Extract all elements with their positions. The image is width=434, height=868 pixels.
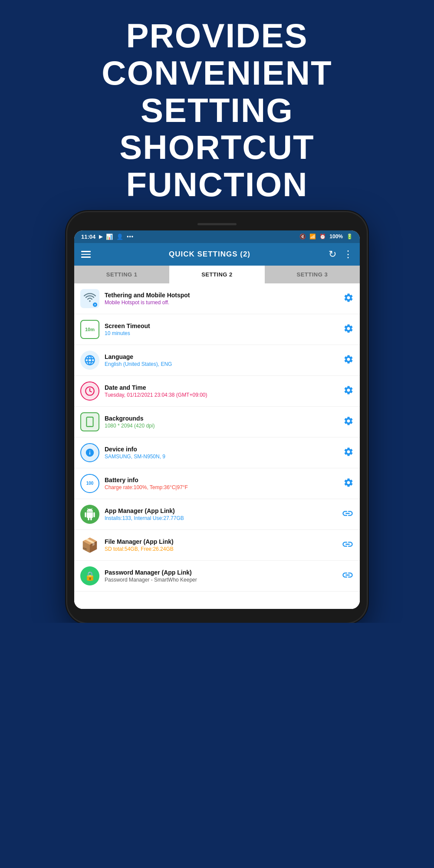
gear-action-icon (343, 354, 354, 366)
tab-setting2[interactable]: SETTING 2 (169, 266, 264, 283)
setting-text: Battery info Charge rate:100%, Temp:36°C… (105, 477, 338, 490)
tabs-container: SETTING 1 SETTING 2 SETTING 3 (74, 266, 360, 283)
setting-text: App Manager (App Link) Installs:133, Int… (105, 507, 336, 521)
list-item[interactable]: Backgrounds 1080 * 2094 (420 dpi) (74, 407, 360, 437)
setting-text: Password Manager (App Link) Password Man… (105, 569, 336, 583)
list-item[interactable]: 🔒 Password Manager (App Link) Password M… (74, 561, 360, 592)
hero-section: PROVIDES CONVENIENT SETTING SHORTCUT FUN… (0, 0, 434, 212)
setting-title: Device info (105, 446, 338, 453)
setting-text: Date and Time Tuesday, 01/12/2021 23:04:… (105, 384, 338, 398)
gear-action-icon (343, 385, 354, 397)
setting-subtitle: 1080 * 2094 (420 dpi) (105, 423, 338, 429)
list-item[interactable]: Device info SAMSUNG, SM-N950N, 9 (74, 437, 360, 468)
svg-point-0 (89, 300, 91, 302)
phone-frame: 11:04 ▶ 📊 👤 ••• 🔇 📶 ⏰ 100% 🔋 QUICK SETT (67, 212, 367, 623)
list-item[interactable]: App Manager (App Link) Installs:133, Int… (74, 499, 360, 530)
deviceinfo-icon (80, 443, 99, 462)
play-icon: ▶ (99, 234, 102, 240)
setting-text: File Manager (App Link) SD total:54GB, F… (105, 538, 336, 552)
hotspot-icon (80, 289, 99, 308)
setting-title: File Manager (App Link) (105, 538, 336, 545)
list-item[interactable]: 10m Screen Timeout 10 minutes (74, 314, 360, 345)
setting-title: Screen Timeout (105, 322, 338, 329)
setting-title: Battery info (105, 477, 338, 483)
gear-action-icon (343, 477, 354, 490)
mute-icon: 🔇 (299, 233, 306, 240)
refresh-button[interactable]: ↻ (329, 249, 336, 260)
setting-title: App Manager (App Link) (105, 507, 336, 514)
setting-text: Device info SAMSUNG, SM-N950N, 9 (105, 446, 338, 460)
app-bar-title: QUICK SETTINGS (2) (91, 250, 329, 259)
backgrounds-icon (80, 412, 99, 431)
wifi-icon: 📶 (309, 233, 316, 240)
gear-action-icon (343, 447, 354, 459)
list-item[interactable]: 100 Battery info Charge rate:100%, Temp:… (74, 468, 360, 499)
setting-text: Screen Timeout 10 minutes (105, 322, 338, 336)
language-icon (80, 351, 99, 370)
gear-action-icon (343, 416, 354, 428)
status-bar-right: 🔇 📶 ⏰ 100% 🔋 (299, 233, 353, 240)
alarm-icon: ⏰ (319, 233, 326, 240)
status-bar-left: 11:04 ▶ 📊 👤 ••• (81, 233, 134, 240)
appmanager-icon (80, 505, 99, 524)
gear-action-icon (343, 323, 354, 335)
passwordmanager-icon: 🔒 (80, 566, 99, 585)
setting-subtitle: Password Manager - SmartWho Keeper (105, 577, 336, 583)
list-item[interactable]: Tethering and Mobile Hotspot Mobile Hots… (74, 283, 360, 314)
link-action-icon (342, 538, 354, 552)
tab-setting1[interactable]: SETTING 1 (74, 266, 169, 283)
datetime-icon (80, 381, 99, 401)
svg-rect-2 (86, 417, 93, 427)
more-options-button[interactable]: ⋮ (343, 249, 353, 260)
gear-action-icon (343, 293, 354, 305)
setting-title: Tethering and Mobile Hotspot (105, 292, 338, 299)
phone-notch (74, 219, 360, 230)
setting-text: Tethering and Mobile Hotspot Mobile Hots… (105, 292, 338, 306)
settings-list: Tethering and Mobile Hotspot Mobile Hots… (74, 283, 360, 609)
setting-subtitle: SD total:54GB, Free:26.24GB (105, 546, 336, 552)
setting-subtitle: SAMSUNG, SM-N950N, 9 (105, 454, 338, 460)
setting-subtitle: Tuesday, 01/12/2021 23:04:38 (GMT+09:00) (105, 392, 338, 398)
battery-text: 100% (329, 233, 343, 240)
setting-title: Date and Time (105, 384, 338, 391)
link-action-icon (342, 507, 354, 521)
hamburger-menu[interactable] (81, 251, 91, 258)
setting-subtitle: Installs:133, Internal Use:27.77GB (105, 515, 336, 521)
setting-title: Backgrounds (105, 415, 338, 422)
setting-subtitle: Mobile Hotspot is turned off. (105, 299, 338, 306)
setting-title: Language (105, 353, 338, 360)
person-icon: 👤 (116, 233, 123, 240)
battery-icon: 🔋 (346, 233, 353, 240)
tab-setting3[interactable]: SETTING 3 (265, 266, 360, 283)
list-item[interactable]: Language English (United States), ENG (74, 345, 360, 376)
setting-subtitle: English (United States), ENG (105, 361, 338, 367)
list-item[interactable]: Date and Time Tuesday, 01/12/2021 23:04:… (74, 376, 360, 407)
app-bar: QUICK SETTINGS (2) ↻ ⋮ (74, 243, 360, 266)
dots-status: ••• (127, 233, 134, 240)
filemanager-icon: 📦 (80, 536, 99, 555)
phone-screen: 11:04 ▶ 📊 👤 ••• 🔇 📶 ⏰ 100% 🔋 QUICK SETT (74, 230, 360, 609)
setting-subtitle: Charge rate:100%, Temp:36°C|97°F (105, 484, 338, 490)
status-bar: 11:04 ▶ 📊 👤 ••• 🔇 📶 ⏰ 100% 🔋 (74, 230, 360, 243)
setting-title: Password Manager (App Link) (105, 569, 336, 576)
setting-text: Backgrounds 1080 * 2094 (420 dpi) (105, 415, 338, 429)
chart-icon: 📊 (106, 233, 113, 240)
timeout-icon: 10m (80, 320, 99, 339)
list-item[interactable]: 📦 File Manager (App Link) SD total:54GB,… (74, 530, 360, 561)
setting-subtitle: 10 minutes (105, 330, 338, 336)
hero-title: PROVIDES CONVENIENT SETTING SHORTCUT FUN… (26, 17, 408, 204)
setting-text: Language English (United States), ENG (105, 353, 338, 367)
link-action-icon (342, 569, 354, 583)
batteryinfo-icon: 100 (80, 474, 99, 493)
